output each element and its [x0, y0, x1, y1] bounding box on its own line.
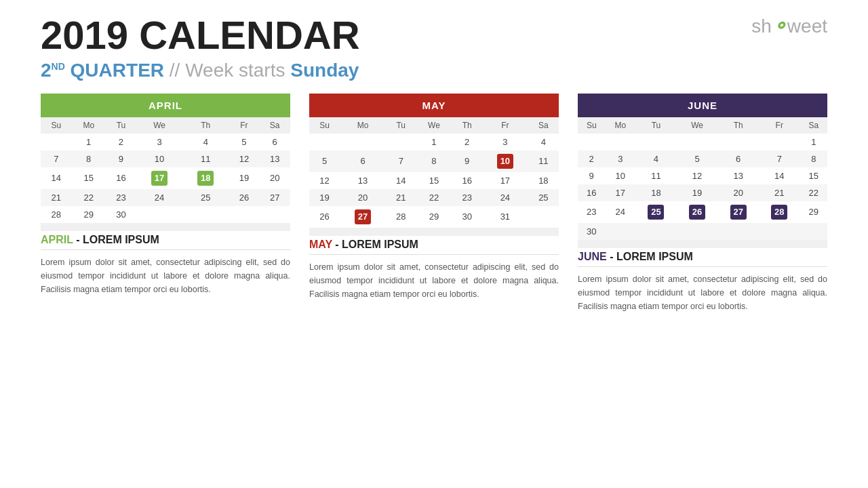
table-row: 14151617181920 — [41, 167, 290, 189]
may-dow: SuMoTuWeThFrSa — [309, 117, 559, 134]
april-desc-title: APRIL - LOREM IPSUM — [41, 234, 290, 250]
highlight-27: 27 — [730, 205, 747, 220]
table-row: 9101112131415 — [578, 167, 827, 184]
april-desc: APRIL - LOREM IPSUM Lorem ipsum dolor si… — [41, 234, 290, 296]
table-row: 30 — [578, 223, 827, 240]
logo: sh⚬weet — [751, 15, 827, 37]
highlight-26: 26 — [689, 205, 705, 220]
june-dow: SuMoTuWeThFrSa — [578, 117, 827, 134]
april-header: APRIL — [41, 94, 290, 117]
highlight-25: 25 — [648, 205, 664, 220]
table-row: 21222324252627 — [41, 189, 290, 206]
table-row: 19202122232425 — [309, 189, 559, 206]
calendars-row: APRIL SuMoTuWeThFrSa 123456 78910111213 … — [41, 94, 827, 313]
table-row: 567891011 — [309, 150, 559, 172]
may-desc-title: MAY - LOREM IPSUM — [309, 239, 559, 255]
highlight-10: 10 — [497, 154, 513, 169]
table-row: 23242526272829 — [578, 201, 827, 223]
table-row: 1 — [578, 134, 827, 150]
page-title: 2019 CALENDAR — [41, 14, 827, 57]
table-row: 1234 — [309, 134, 559, 150]
april-calendar: APRIL SuMoTuWeThFrSa 123456 78910111213 … — [41, 94, 290, 313]
june-table: JUNE SuMoTuWeThFrSa 1 2345678 9101112131… — [578, 94, 827, 248]
april-table: APRIL SuMoTuWeThFrSa 123456 78910111213 … — [41, 94, 290, 231]
may-desc-body: Lorem ipsum dolor sit amet, consectetur … — [309, 260, 559, 301]
june-desc-body: Lorem ipsum dolor sit amet, consectetur … — [578, 272, 827, 313]
april-footer-row — [41, 223, 290, 231]
table-row: 282930 — [41, 206, 290, 223]
table-row: 12131415161718 — [309, 172, 559, 189]
table-row: 262728293031 — [309, 206, 559, 228]
april-desc-body: Lorem ipsum dolor sit amet, consectetur … — [41, 256, 290, 296]
highlight-18: 18 — [197, 171, 214, 186]
table-row: 78910111213 — [41, 150, 290, 167]
may-footer-row — [309, 228, 559, 236]
april-dow: SuMoTuWeThFrSa — [41, 117, 290, 134]
highlight-27: 27 — [355, 209, 371, 224]
june-desc-title: JUNE - LOREM IPSUM — [578, 251, 827, 267]
may-calendar: MAY SuMoTuWeThFrSa 1234 567891011 121314… — [309, 94, 559, 313]
table-row: 2345678 — [578, 150, 827, 167]
page: sh⚬weet 2019 CALENDAR 2ND QUARTER // Wee… — [0, 0, 868, 488]
june-header: JUNE — [578, 94, 827, 117]
page-subtitle: 2ND QUARTER // Week starts Sunday — [41, 60, 827, 81]
may-desc: MAY - LOREM IPSUM Lorem ipsum dolor sit … — [309, 239, 559, 301]
june-footer-row — [578, 240, 827, 248]
table-row: 123456 — [41, 134, 290, 150]
table-row: 16171819202122 — [578, 184, 827, 201]
may-header: MAY — [309, 94, 559, 117]
june-desc: JUNE - LOREM IPSUM Lorem ipsum dolor sit… — [578, 251, 827, 313]
june-calendar: JUNE SuMoTuWeThFrSa 1 2345678 9101112131… — [578, 94, 827, 313]
highlight-28: 28 — [771, 205, 787, 220]
highlight-17: 17 — [151, 171, 167, 186]
may-table: MAY SuMoTuWeThFrSa 1234 567891011 121314… — [309, 94, 559, 236]
